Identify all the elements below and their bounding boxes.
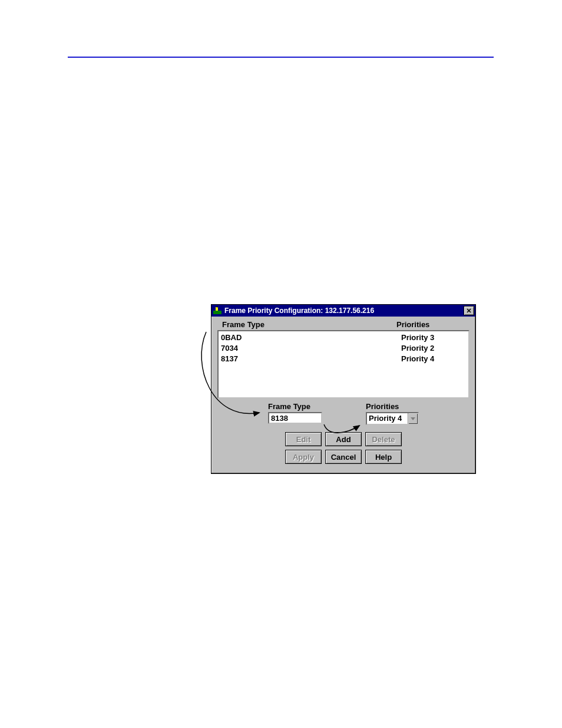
list-row[interactable]: 7034 Priority 2 <box>221 343 466 354</box>
svg-rect-0 <box>213 311 222 314</box>
svg-marker-5 <box>411 417 415 420</box>
titlebar[interactable]: Frame Priority Configuration: 132.177.56… <box>211 305 475 317</box>
button-rows: Edit Add Delete Apply Cancel Help <box>216 432 471 464</box>
frame-type-label: Frame Type <box>268 402 310 411</box>
priorities-dropdown[interactable]: Priority 4 <box>366 412 419 425</box>
button-row-1: Edit Add Delete <box>216 432 471 446</box>
frame-type-edit-group: Frame Type <box>268 402 322 425</box>
list-row[interactable]: 0BAD Priority 3 <box>221 332 466 343</box>
cell-priority: Priority 4 <box>401 354 466 364</box>
cell-frame-type: 0BAD <box>221 332 401 343</box>
dialog-client-area: Frame Type Priorities 0BAD Priority 3 70… <box>211 317 475 473</box>
horizontal-rule <box>68 57 494 58</box>
close-icon <box>467 308 471 313</box>
priorities-label: Priorities <box>366 402 399 411</box>
button-row-2: Apply Cancel Help <box>216 450 471 464</box>
chevron-down-icon <box>411 416 415 421</box>
cell-priority: Priority 3 <box>401 332 466 343</box>
close-button[interactable] <box>464 306 474 315</box>
cell-frame-type: 7034 <box>221 343 401 354</box>
add-button[interactable]: Add <box>325 432 362 446</box>
page: Frame Priority Configuration: 132.177.56… <box>0 0 562 728</box>
dropdown-button[interactable] <box>408 413 418 424</box>
priorities-edit-group: Priorities Priority 4 <box>366 402 419 425</box>
apply-button[interactable]: Apply <box>285 450 322 464</box>
list-row[interactable]: 8137 Priority 4 <box>221 354 466 364</box>
frame-type-input[interactable] <box>268 412 322 424</box>
edit-button[interactable]: Edit <box>285 432 322 446</box>
edit-row: Frame Type Priorities Priority 4 <box>216 402 471 425</box>
cell-frame-type: 8137 <box>221 354 401 364</box>
help-button[interactable]: Help <box>365 450 402 464</box>
delete-button[interactable]: Delete <box>365 432 402 446</box>
cell-priority: Priority 2 <box>401 343 466 354</box>
list-headers: Frame Type Priorities <box>216 319 471 330</box>
frame-priority-dialog: Frame Priority Configuration: 132.177.56… <box>211 304 476 474</box>
window-title: Frame Priority Configuration: 132.177.56… <box>224 307 464 315</box>
cancel-button[interactable]: Cancel <box>325 450 362 464</box>
app-icon <box>213 306 222 315</box>
priorities-value: Priority 4 <box>367 413 408 424</box>
header-priorities: Priorities <box>396 320 467 329</box>
frame-type-list[interactable]: 0BAD Priority 3 7034 Priority 2 8137 Pri… <box>217 330 470 398</box>
svg-rect-2 <box>217 306 217 308</box>
header-frame-type: Frame Type <box>222 320 396 329</box>
